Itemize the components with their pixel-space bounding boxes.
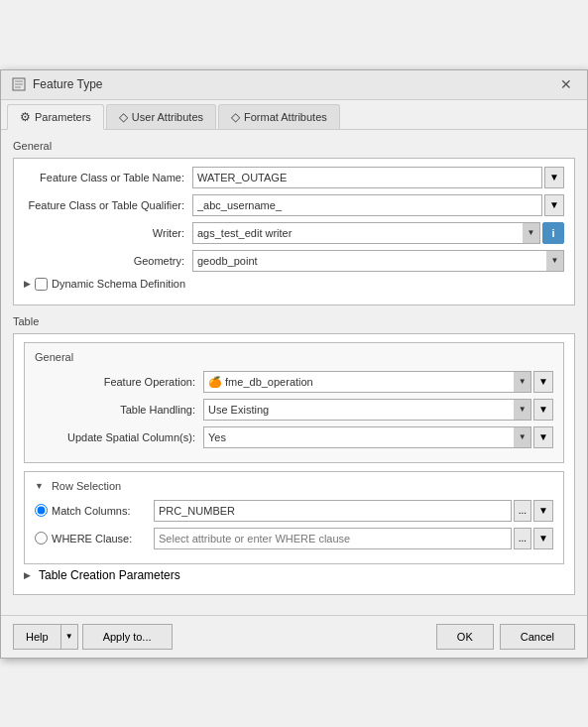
help-arrow-button[interactable]: ▼: [60, 624, 78, 650]
where-clause-controls: ... ▼: [154, 528, 553, 549]
writer-label: Writer:: [24, 227, 192, 239]
match-columns-browse-btn[interactable]: ...: [514, 500, 531, 522]
writer-select[interactable]: ags_test_edit writer: [192, 222, 540, 244]
geometry-label: Geometry:: [24, 255, 192, 267]
table-general-group: General Feature Operation: 🍊 fme_db_oper…: [24, 342, 564, 463]
feature-op-select-wrapper: 🍊 fme_db_operation ▼: [203, 371, 531, 393]
update-spatial-select-wrapper: Yes ▼: [203, 426, 531, 448]
feature-op-label: Feature Operation:: [35, 376, 203, 388]
footer-right: OK Cancel: [436, 624, 575, 650]
general-section-label: General: [13, 140, 575, 152]
geometry-select[interactable]: geodb_point: [192, 250, 564, 272]
tab-user-attributes-label: User Attributes: [132, 111, 203, 123]
table-handling-extra-btn[interactable]: ▼: [533, 399, 553, 421]
feature-class-controls: ▼: [192, 167, 564, 188]
table-group-box: General Feature Operation: 🍊 fme_db_oper…: [13, 333, 575, 595]
table-handling-label: Table Handling:: [35, 404, 203, 416]
feature-op-controls: 🍊 fme_db_operation ▼ ▼: [203, 371, 553, 393]
dynamic-schema-label: Dynamic Schema Definition: [52, 278, 185, 290]
apply-to-button[interactable]: Apply to...: [82, 624, 173, 650]
footer-left: Help ▼ Apply to...: [13, 624, 173, 650]
table-creation-collapse-icon: ▶: [24, 570, 31, 580]
update-spatial-label: Update Spatial Column(s):: [35, 431, 203, 443]
tab-parameters[interactable]: ⚙ Parameters: [7, 104, 104, 130]
qualifier-controls: ▼: [192, 194, 564, 216]
match-columns-radio[interactable]: [35, 504, 48, 517]
dynamic-schema-checkbox-label[interactable]: Dynamic Schema Definition: [35, 278, 185, 291]
cancel-button[interactable]: Cancel: [500, 624, 575, 650]
feature-class-input[interactable]: [192, 167, 542, 188]
tab-bar: ⚙ Parameters ◇ User Attributes ◇ Format …: [1, 100, 587, 130]
help-button[interactable]: Help: [13, 624, 60, 650]
feature-op-extra-btn[interactable]: ▼: [533, 371, 553, 393]
feature-type-dialog: Feature Type ✕ ⚙ Parameters ◇ User Attri…: [0, 69, 588, 659]
tab-format-attributes[interactable]: ◇ Format Attributes: [218, 104, 340, 129]
qualifier-label: Feature Class or Table Qualifier:: [24, 199, 192, 211]
geometry-row: Geometry: geodb_point ▼: [24, 250, 564, 272]
row-selection-collapse-icon: ▼: [35, 481, 44, 491]
qualifier-row: Feature Class or Table Qualifier: ▼: [24, 194, 564, 216]
format-attributes-tab-icon: ◇: [231, 110, 240, 124]
update-spatial-select[interactable]: Yes: [203, 426, 531, 448]
geometry-select-wrapper: geodb_point ▼: [192, 250, 564, 272]
tab-format-attributes-label: Format Attributes: [244, 111, 327, 123]
match-columns-dropdown-btn[interactable]: ▼: [533, 500, 553, 522]
user-attributes-tab-icon: ◇: [119, 110, 128, 124]
title-bar: Feature Type ✕: [1, 70, 587, 100]
table-creation-row: ▶ Table Creation Parameters: [24, 564, 564, 586]
row-selection-label: Row Selection: [52, 480, 121, 492]
where-clause-label: WHERE Clause:: [52, 533, 132, 545]
match-columns-row: Match Columns: ... ▼: [35, 500, 553, 522]
tab-parameters-label: Parameters: [35, 111, 91, 123]
match-columns-input[interactable]: [154, 500, 512, 522]
dynamic-schema-collapse-icon: ▶: [24, 279, 31, 289]
where-clause-dropdown-btn[interactable]: ▼: [533, 528, 553, 549]
where-clause-browse-btn[interactable]: ...: [514, 528, 531, 549]
dialog-title: Feature Type: [33, 77, 103, 91]
writer-row: Writer: ags_test_edit writer ▼ i: [24, 222, 564, 244]
dialog-icon: [11, 76, 27, 92]
match-columns-radio-label[interactable]: Match Columns:: [35, 504, 154, 517]
geometry-controls: geodb_point ▼: [192, 250, 564, 272]
table-general-label: General: [35, 351, 553, 363]
table-handling-row: Table Handling: Use Existing ▼ ▼: [35, 399, 553, 421]
close-button[interactable]: ✕: [555, 75, 577, 93]
footer: Help ▼ Apply to... OK Cancel: [1, 615, 587, 658]
writer-info-btn[interactable]: i: [542, 222, 564, 244]
table-section-label: Table: [13, 315, 575, 327]
where-clause-input[interactable]: [154, 528, 512, 549]
row-selection-title: ▼ Row Selection: [35, 480, 553, 492]
table-handling-controls: Use Existing ▼ ▼: [203, 399, 553, 421]
feature-class-row: Feature Class or Table Name: ▼: [24, 167, 564, 188]
update-spatial-extra-btn[interactable]: ▼: [533, 426, 553, 448]
feature-op-row: Feature Operation: 🍊 fme_db_operation ▼ …: [35, 371, 553, 393]
where-clause-radio-label[interactable]: WHERE Clause:: [35, 532, 154, 545]
ok-button[interactable]: OK: [436, 624, 494, 650]
where-clause-radio[interactable]: [35, 532, 48, 545]
qualifier-input[interactable]: [192, 194, 542, 216]
qualifier-dropdown-btn[interactable]: ▼: [544, 194, 564, 216]
table-handling-select[interactable]: Use Existing: [203, 399, 531, 421]
writer-select-wrapper: ags_test_edit writer ▼: [192, 222, 540, 244]
dynamic-schema-row: ▶ Dynamic Schema Definition: [24, 278, 564, 291]
content-area: General Feature Class or Table Name: ▼ F…: [1, 130, 587, 615]
general-group-box: Feature Class or Table Name: ▼ Feature C…: [13, 158, 575, 305]
parameters-tab-icon: ⚙: [20, 110, 31, 124]
feature-class-dropdown-btn[interactable]: ▼: [544, 167, 564, 188]
writer-controls: ags_test_edit writer ▼ i: [192, 222, 564, 244]
table-handling-select-wrapper: Use Existing ▼: [203, 399, 531, 421]
match-columns-controls: ... ▼: [154, 500, 553, 522]
match-columns-label: Match Columns:: [52, 505, 130, 517]
title-bar-left: Feature Type: [11, 76, 103, 92]
update-spatial-row: Update Spatial Column(s): Yes ▼ ▼: [35, 426, 553, 448]
feature-op-select[interactable]: 🍊 fme_db_operation: [203, 371, 531, 393]
where-clause-row: WHERE Clause: ... ▼: [35, 528, 553, 549]
dynamic-schema-checkbox[interactable]: [35, 278, 48, 291]
table-creation-label: Table Creation Parameters: [39, 568, 180, 582]
feature-class-label: Feature Class or Table Name:: [24, 172, 192, 183]
tab-user-attributes[interactable]: ◇ User Attributes: [106, 104, 216, 129]
update-spatial-controls: Yes ▼ ▼: [203, 426, 553, 448]
row-selection-box: ▼ Row Selection Match Columns: ... ▼: [24, 471, 564, 564]
